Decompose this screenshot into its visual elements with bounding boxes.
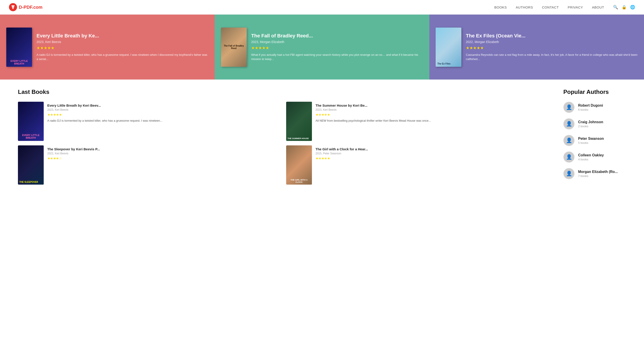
hero-banners: EVERY LITTLE BREATH Every Little Breath … [0,14,644,80]
logo-icon [9,3,17,11]
nav-about[interactable]: ABOUT [592,6,604,9]
main-nav: BOOKS AUTHORS CONTACT PRIVACY ABOUT [494,6,604,9]
nav-privacy[interactable]: PRIVACY [568,6,583,9]
hero-banner-3[interactable]: The Ex Files The Ex Files (Ocean Vie... … [429,14,644,80]
popular-authors-section: Popular Authors 👤 Robert Dugoni 6 books … [563,88,626,184]
author-name-3: Colleen Oakley [578,153,604,157]
header-icons: 🔍 🔒 🌐 [613,5,635,10]
author-avatar-4: 👤 [563,168,574,179]
last-books-title: Last Books [18,88,550,96]
globe-icon[interactable]: 🌐 [630,5,635,10]
book-meta-2: 2023, Keri Beevis [316,108,550,111]
author-books-2: 5 books [578,141,604,144]
book-title-3: The Sleepover by Keri Beevis P... [47,147,282,151]
hero-info-2: The Fall of Bradley Reed... 2023, Morgan… [251,33,423,62]
book-meta-3: 2022, Keri Beevis [47,152,282,155]
author-books-3: 4 books [578,158,604,161]
book-info-2: The Summer House by Keri Be... 2023, Ker… [316,102,550,141]
book-title-1: Every Little Breath by Keri Beev... [47,104,282,107]
author-item-1[interactable]: 👤 Craig Johnson 2 books [563,118,626,130]
nav-authors[interactable]: AUTHORS [516,6,533,9]
hero-cover-1: EVERY LITTLE BREATH [6,28,32,67]
author-details-4: Morgan Elizabeth (Ro... 7 books [578,170,618,178]
book-stars-1: ★★★★★ [47,113,282,117]
hero-banner-2[interactable]: The Fall of Bradley Reed The Fall of Bra… [215,14,429,80]
author-books-0: 6 books [578,108,603,111]
hero-stars-2: ★★★★★ [251,46,423,50]
author-item-4[interactable]: 👤 Morgan Elizabeth (Ro... 7 books [563,168,626,179]
book-cover-3: THE SLEEPOVER [18,146,44,184]
book-cover-4: THE GIRL WITH A CLOCK [286,146,312,184]
author-name-1: Craig Johnson [578,120,603,124]
book-desc-2: All NEW from bestselling psychological t… [316,118,550,123]
author-books-4: 7 books [578,174,618,178]
book-info-3: The Sleepover by Keri Beevis P... 2022, … [47,146,282,184]
author-name-0: Robert Dugoni [578,104,603,108]
book-stars-2: ★★★★★ [316,113,550,117]
book-cover-2: THE SUMMER HOUSE [286,102,312,141]
hero-desc-3: Cassandra Reynolds can see a red flag fr… [466,53,638,62]
hero-meta-1: 2023, Keri Beevis [36,40,208,44]
nav-contact[interactable]: CONTACT [542,6,559,9]
hero-meta-2: 2023, Morgan Elizabeth [251,40,423,44]
author-name-2: Peter Swanson [578,137,604,141]
author-item-0[interactable]: 👤 Robert Dugoni 6 books [563,102,626,113]
book-meta-4: 2015, Peter Swanson [316,152,550,155]
book-card-3[interactable]: THE SLEEPOVER The Sleepover by Keri Beev… [18,146,282,184]
book-info-4: The Girl with a Clock for a Hear... 2015… [316,146,550,184]
hero-stars-1: ★★★★★ [36,46,208,50]
book-title-2: The Summer House by Keri Be... [316,104,550,107]
author-item-3[interactable]: 👤 Colleen Oakley 4 books [563,152,626,163]
main-content: Last Books EVERY LITTLE BREATH Every Lit… [0,80,644,194]
author-details-0: Robert Dugoni 6 books [578,104,603,111]
book-meta-1: 2023, Keri Beevis [47,108,282,111]
hero-cover-2: The Fall of Bradley Reed [221,28,247,67]
author-details-2: Peter Swanson 5 books [578,137,604,144]
logo-text: D-PDF.com [19,5,42,10]
book-stars-4: ★★★★★ [316,156,550,160]
books-grid: EVERY LITTLE BREATH Every Little Breath … [18,102,550,184]
book-title-4: The Girl with a Clock for a Hear... [316,147,550,151]
book-card-4[interactable]: THE GIRL WITH A CLOCK The Girl with a Cl… [286,146,550,184]
hero-cover-3: The Ex Files [436,28,462,67]
popular-authors-title: Popular Authors [563,88,626,96]
site-header: D-PDF.com BOOKS AUTHORS CONTACT PRIVACY … [0,0,644,14]
author-books-1: 2 books [578,124,603,128]
hero-title-1: Every Little Breath by Ke... [36,33,208,39]
hero-stars-3: ★★★★★ [466,46,638,50]
hero-desc-1: A radio DJ is tormented by a twisted kil… [36,53,208,62]
author-avatar-3: 👤 [563,152,574,163]
hero-info-1: Every Little Breath by Ke... 2023, Keri … [36,33,208,62]
author-item-2[interactable]: 👤 Peter Swanson 5 books [563,135,626,146]
book-card-1[interactable]: EVERY LITTLE BREATH Every Little Breath … [18,102,282,141]
search-icon[interactable]: 🔍 [613,5,618,10]
book-cover-1: EVERY LITTLE BREATH [18,102,44,141]
hero-meta-3: 2022, Morgan Elizabeth [466,40,638,44]
lock-icon[interactable]: 🔒 [622,5,626,10]
author-name-4: Morgan Elizabeth (Ro... [578,170,618,174]
book-stars-3: ★★★★☆ [47,156,282,160]
author-details-3: Colleen Oakley 4 books [578,153,604,161]
book-card-2[interactable]: THE SUMMER HOUSE The Summer House by Ker… [286,102,550,141]
hero-banner-1[interactable]: EVERY LITTLE BREATH Every Little Breath … [0,14,215,80]
author-details-1: Craig Johnson 2 books [578,120,603,128]
hero-title-3: The Ex Files (Ocean Vie... [466,33,638,39]
hero-desc-2: What if you actually had a hot FBI agent… [251,53,423,62]
author-avatar-1: 👤 [563,118,574,130]
hero-title-2: The Fall of Bradley Reed... [251,33,423,39]
author-avatar-2: 👤 [563,135,574,146]
author-avatar-0: 👤 [563,102,574,113]
book-info-1: Every Little Breath by Keri Beev... 2023… [47,102,282,141]
logo[interactable]: D-PDF.com [9,3,42,11]
hero-info-3: The Ex Files (Ocean Vie... 2022, Morgan … [466,33,638,62]
book-desc-1: A radio DJ is tormented by a twisted kil… [47,118,282,123]
last-books-section: Last Books EVERY LITTLE BREATH Every Lit… [18,88,550,184]
nav-books[interactable]: BOOKS [494,6,507,9]
